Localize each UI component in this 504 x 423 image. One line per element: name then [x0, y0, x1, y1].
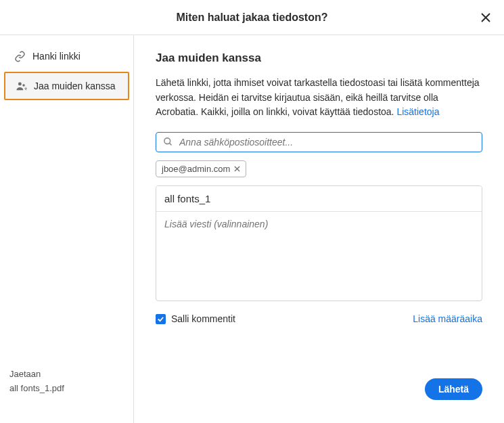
email-input-container[interactable]	[156, 132, 482, 152]
panel-description: Lähetä linkki, jotta ihmiset voivat tark…	[156, 76, 482, 120]
sidebar: Hanki linkki Jaa muiden kanssa Jaetaan a…	[0, 35, 134, 423]
search-icon	[163, 137, 174, 148]
chip-remove-button[interactable]	[234, 166, 240, 172]
checkbox-icon	[156, 314, 166, 324]
footer-row: Lähetä	[156, 378, 482, 407]
allow-comments-label: Salli kommentit	[171, 313, 235, 324]
svg-line-3	[169, 143, 171, 145]
panel-title: Jaa muiden kanssa	[156, 51, 482, 65]
x-icon	[234, 166, 240, 172]
subject-message-block	[156, 185, 482, 301]
people-icon	[15, 80, 27, 92]
sidebar-item-share-others[interactable]: Jaa muiden kanssa	[4, 72, 129, 100]
sidebar-item-label: Jaa muiden kanssa	[34, 81, 116, 91]
dialog-header: Miten haluat jakaa tiedoston?	[0, 0, 504, 35]
sidebar-item-label: Hanki linkki	[32, 51, 81, 62]
close-icon	[481, 13, 490, 22]
chip-label: jboe@admin.com	[162, 164, 230, 174]
share-filename: all fonts_1.pdf	[9, 382, 124, 396]
learn-more-link[interactable]: Lisätietoja	[396, 106, 439, 117]
send-button[interactable]: Lähetä	[425, 378, 482, 400]
recipient-chip: jboe@admin.com	[156, 160, 246, 177]
allow-comments-checkbox[interactable]: Salli kommentit	[156, 313, 235, 324]
sidebar-footer: Jaetaan all fonts_1.pdf	[0, 358, 133, 423]
sidebar-item-get-link[interactable]: Hanki linkki	[4, 43, 129, 69]
dialog-title: Miten haluat jakaa tiedoston?	[176, 12, 327, 24]
options-row: Salli kommentit Lisää määräaika	[156, 313, 482, 324]
svg-point-1	[22, 84, 25, 87]
share-status: Jaetaan	[9, 368, 124, 382]
main-panel: Jaa muiden kanssa Lähetä linkki, jotta i…	[134, 35, 504, 423]
close-button[interactable]	[480, 12, 492, 24]
checkmark-icon	[157, 315, 164, 323]
link-icon	[14, 50, 26, 62]
email-input[interactable]	[179, 137, 475, 148]
add-deadline-link[interactable]: Lisää määräaika	[413, 313, 482, 324]
svg-point-0	[18, 82, 21, 85]
message-input[interactable]	[156, 212, 482, 298]
subject-input[interactable]	[156, 186, 482, 212]
svg-point-2	[164, 138, 170, 144]
